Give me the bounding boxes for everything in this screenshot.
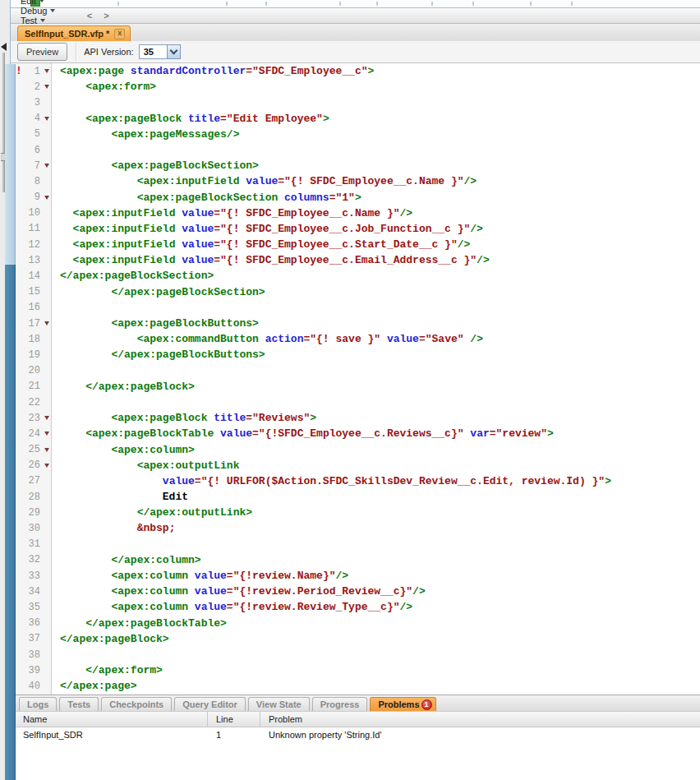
code-segment [60,585,111,598]
code-segment: ="{! URLFOR($Action.SFDC_SkillsDev_Revie… [195,475,605,487]
code-line-6[interactable] [52,142,700,158]
code-line-12[interactable]: <apex:inputField value="{! SFDC_Employee… [52,237,700,252]
fold-arrow-icon[interactable] [44,85,49,89]
code-segment: &nbsp; [137,522,176,534]
chevron-down-icon [40,19,45,22]
code-line-1[interactable]: <apex:page standardController="SFDC_Empl… [52,63,700,79]
code-segment: <apex:column [111,601,194,613]
code-line-40[interactable]: </apex:page> [52,678,700,694]
code-line-32[interactable]: </apex:column> [52,552,700,568]
code-line-38[interactable] [52,647,700,662]
problem-row[interactable]: SelfInput_SDR1Unknown property 'String.I… [15,727,700,742]
editor-line-3: 3 [11,95,700,110]
bottom-tab-view-state[interactable]: View State [248,697,310,711]
code-line-15[interactable]: </apex:pageBlockSection> [52,284,700,300]
column-header-name[interactable]: Name [15,712,208,727]
preview-button[interactable]: Preview [17,43,67,61]
problem-cell-line: 1 [208,727,260,742]
fold-arrow-icon[interactable] [44,416,49,420]
fold-arrow-icon[interactable] [44,164,49,168]
fold-arrow-icon[interactable] [44,321,49,325]
code-line-36[interactable]: </apex:pageBlockTable> [52,616,700,631]
menu-item-debug[interactable]: Debug [21,6,74,16]
line-number: 1 [35,66,40,77]
bottom-tab-checkpoints[interactable]: Checkpoints [101,697,172,711]
code-line-27[interactable]: value="{! URLFOR($Action.SFDC_SkillsDev_… [52,473,700,489]
gutter-line-14: 14 [11,268,52,284]
line-number: 22 [29,397,40,408]
close-icon[interactable]: x [114,29,125,39]
column-header-line[interactable]: Line [208,712,260,727]
editor-line-6: 6 [11,142,700,158]
code-line-5[interactable]: <apex:pageMessages/> [52,127,700,142]
menu-item-edit[interactable]: Edit [21,0,74,6]
code-line-11[interactable]: <apex:inputField value="{! SFDC_Employee… [52,221,700,237]
code-line-22[interactable] [52,395,700,410]
code-line-18[interactable]: <apex:commandButton action="{! save }" v… [52,331,700,347]
code-line-7[interactable]: <apex:pageBlockSection> [52,158,700,173]
code-line-3[interactable] [52,95,700,110]
fold-arrow-icon[interactable] [44,69,49,73]
problems-count-badge: 1 [421,699,432,710]
code-segment: <apex:inputField [73,207,182,219]
fold-arrow-icon[interactable] [44,196,49,200]
code-line-9[interactable]: <apex:pageBlockSection columns="1"> [52,190,700,205]
editor-line-36: 36 </apex:pageBlockTable> [11,616,700,631]
bottom-tab-logs[interactable]: Logs [19,697,57,711]
code-line-39[interactable]: </apex:form> [52,662,700,678]
editor-line-31: 31 [11,537,700,552]
line-number: 33 [29,570,40,582]
code-line-17[interactable]: <apex:pageBlockButtons> [52,316,700,331]
code-line-8[interactable]: <apex:inputField value="{! SFDC_Employee… [52,173,700,189]
code-line-30[interactable]: &nbsp; [52,520,700,536]
bottom-tab-query-editor[interactable]: Query Editor [174,697,246,711]
code-line-21[interactable]: </apex:pageBlock> [52,379,700,395]
gutter-line-28: 28 [11,489,52,505]
nav-forward-button[interactable]: > [104,11,108,21]
fold-arrow-icon[interactable] [44,117,49,121]
bottom-tab-problems[interactable]: Problems1 [370,697,435,711]
code-line-33[interactable]: <apex:column value="{!review.Name}"/> [52,568,700,584]
code-segment: value [195,585,227,598]
fold-arrow-icon[interactable] [44,464,49,468]
code-line-14[interactable]: </apex:pageBlockSection> [52,268,700,284]
code-line-37[interactable]: </apex:pageBlock> [52,631,700,647]
code-line-16[interactable] [52,300,700,316]
code-line-13[interactable]: <apex:inputField value="{! SFDC_Employee… [52,252,700,268]
bottom-tab-tests[interactable]: Tests [59,697,99,711]
fold-arrow-icon[interactable] [44,432,49,436]
code-segment: value [387,333,419,345]
code-line-34[interactable]: <apex:column value="{!review.Period_Revi… [52,584,700,599]
column-header-problem[interactable]: Problem [260,712,700,727]
code-editor[interactable]: !1<apex:page standardController="SFDC_Em… [11,63,700,695]
code-line-35[interactable]: <apex:column value="{!review.Review_Type… [52,599,700,615]
line-number: 4 [35,113,40,124]
editor-line-17: 17 <apex:pageBlockButtons> [11,316,700,331]
code-line-19[interactable]: </apex:pageBlockButtons> [52,347,700,362]
code-line-20[interactable] [52,363,700,379]
code-line-26[interactable]: <apex:outputLink [52,458,700,473]
code-line-4[interactable]: <apex:pageBlock title="Edit Employee"> [52,111,700,127]
code-line-28[interactable]: Edit [52,489,700,505]
code-line-23[interactable]: <apex:pageBlock title="Reviews"> [52,410,700,426]
code-segment [60,348,111,361]
code-segment: ="{!review.Review_Type__c}" [227,601,400,613]
nav-back-button[interactable]: < [87,11,92,21]
code-line-29[interactable]: </apex:outputLink> [52,505,700,520]
tab-selfinput-sdr[interactable]: SelfInput_SDR.vfp * x [17,25,131,41]
code-line-31[interactable] [52,537,700,552]
fold-arrow-icon[interactable] [44,448,49,452]
gutter-line-23: 23 [11,410,52,426]
editor-line-37: 37</apex:pageBlock> [11,631,700,647]
editor-line-32: 32 </apex:column> [11,552,700,568]
bottom-tab-progress[interactable]: Progress [312,697,368,711]
code-line-25[interactable]: <apex:column> [52,442,700,458]
api-version-value[interactable]: 35 [139,44,167,59]
code-line-24[interactable]: <apex:pageBlockTable value="{!SFDC_Emplo… [52,426,700,441]
combo-arrow-button[interactable] [167,44,181,59]
code-line-10[interactable]: <apex:inputField value="{! SFDC_Employee… [52,205,700,221]
collapse-left-icon[interactable] [1,43,7,51]
code-line-2[interactable]: <apex:form> [52,79,700,95]
code-segment: ="{!review.Period_Review__c}" [227,585,412,598]
api-version-select[interactable]: 35 [139,44,181,59]
